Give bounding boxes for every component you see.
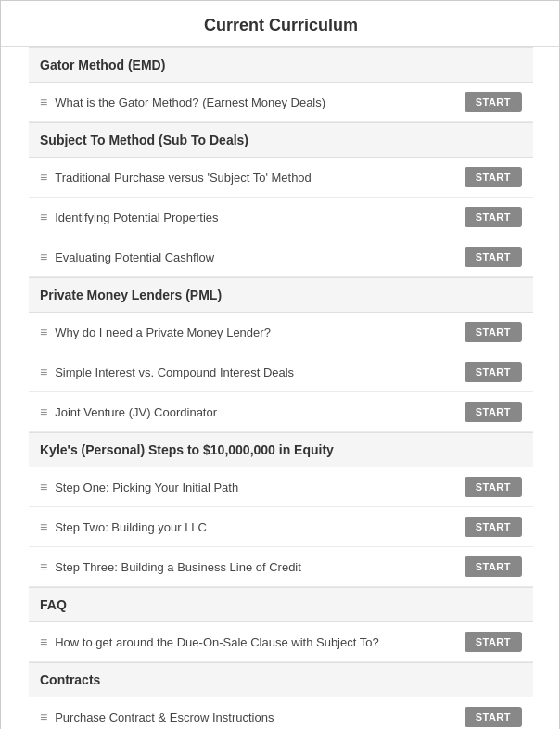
start-button-pml-3[interactable]: START: [465, 402, 522, 422]
item-left: ≡Purchase Contract & Escrow Instructions: [40, 710, 465, 724]
item-left: ≡Traditional Purchase versus 'Subject To…: [40, 170, 465, 185]
start-button-sub-3[interactable]: START: [465, 247, 522, 267]
list-icon: ≡: [40, 170, 47, 185]
item-label: Step One: Picking Your Initial Path: [55, 480, 238, 494]
curriculum-item: ≡Evaluating Potential CashflowSTART: [29, 237, 533, 277]
item-label: Purchase Contract & Escrow Instructions: [55, 710, 274, 724]
item-left: ≡How to get around the Due-On-Sale Claus…: [40, 634, 465, 649]
item-left: ≡Identifying Potential Properties: [40, 210, 465, 224]
start-button-kyles-1[interactable]: START: [465, 477, 522, 497]
item-label: Identifying Potential Properties: [55, 211, 218, 224]
start-button-sub-1[interactable]: START: [465, 167, 522, 187]
item-label: Evaluating Potential Cashflow: [55, 250, 214, 264]
section-header-faq: FAQ: [29, 587, 533, 622]
curriculum-item: ≡Joint Venture (JV) CoordinatorSTART: [29, 392, 533, 432]
item-label: Joint Venture (JV) Coordinator: [55, 405, 217, 419]
item-left: ≡Evaluating Potential Cashflow: [40, 249, 465, 264]
item-label: What is the Gator Method? (Earnest Money…: [55, 96, 325, 109]
section-header-kyles-steps: Kyle's (Personal) Steps to $10,000,000 i…: [29, 432, 533, 467]
list-icon: ≡: [40, 710, 47, 724]
curriculum-item: ≡Purchase Contract & Escrow Instructions…: [29, 697, 533, 729]
list-icon: ≡: [40, 480, 47, 494]
curriculum-item: ≡What is the Gator Method? (Earnest Mone…: [29, 83, 533, 122]
start-button-faq-1[interactable]: START: [465, 632, 522, 652]
item-left: ≡What is the Gator Method? (Earnest Mone…: [40, 95, 465, 109]
list-icon: ≡: [40, 634, 47, 649]
item-label: Why do I need a Private Money Lender?: [55, 326, 271, 339]
start-button-gator-1[interactable]: START: [465, 92, 522, 112]
curriculum-item: ≡Step Three: Building a Business Line of…: [29, 547, 533, 587]
curriculum-item: ≡Traditional Purchase versus 'Subject To…: [29, 158, 533, 198]
item-left: ≡Simple Interest vs. Compound Interest D…: [40, 364, 465, 379]
list-icon: ≡: [40, 519, 47, 534]
curriculum-item: ≡How to get around the Due-On-Sale Claus…: [29, 622, 533, 662]
item-label: Simple Interest vs. Compound Interest De…: [55, 365, 294, 379]
start-button-kyles-2[interactable]: START: [465, 517, 522, 537]
section-header-subject-to-method: Subject To Method (Sub To Deals): [29, 122, 533, 158]
start-button-contracts-1[interactable]: START: [465, 707, 522, 727]
curriculum-item: ≡Why do I need a Private Money Lender?ST…: [29, 313, 533, 352]
section-header-contracts: Contracts: [29, 662, 533, 697]
curriculum-item: ≡Identifying Potential PropertiesSTART: [29, 198, 533, 237]
page-title: Current Curriculum: [1, 1, 560, 47]
list-icon: ≡: [40, 249, 47, 264]
page-wrapper: Current Curriculum Gator Method (EMD)≡Wh…: [1, 1, 560, 729]
item-label: Step Three: Building a Business Line of …: [55, 560, 301, 574]
section-header-private-money: Private Money Lenders (PML): [29, 277, 533, 313]
item-left: ≡Step One: Picking Your Initial Path: [40, 480, 465, 494]
start-button-pml-2[interactable]: START: [465, 362, 522, 382]
list-icon: ≡: [40, 325, 47, 339]
section-header-gator-method: Gator Method (EMD): [29, 47, 533, 83]
item-label: Traditional Purchase versus 'Subject To'…: [55, 171, 312, 185]
item-left: ≡Step Two: Building your LLC: [40, 519, 465, 534]
start-button-sub-2[interactable]: START: [465, 207, 522, 227]
item-label: Step Two: Building your LLC: [55, 520, 207, 534]
list-icon: ≡: [40, 364, 47, 379]
item-label: How to get around the Due-On-Sale Clause…: [55, 635, 379, 649]
item-left: ≡Joint Venture (JV) Coordinator: [40, 404, 465, 419]
item-left: ≡Why do I need a Private Money Lender?: [40, 325, 465, 339]
curriculum-item: ≡Step One: Picking Your Initial PathSTAR…: [29, 467, 533, 507]
curriculum-item: ≡Simple Interest vs. Compound Interest D…: [29, 352, 533, 392]
list-icon: ≡: [40, 404, 47, 419]
curriculum-container: Gator Method (EMD)≡What is the Gator Met…: [1, 47, 560, 729]
start-button-pml-1[interactable]: START: [465, 322, 522, 342]
curriculum-item: ≡Step Two: Building your LLCSTART: [29, 507, 533, 547]
list-icon: ≡: [40, 95, 47, 109]
start-button-kyles-3[interactable]: START: [465, 556, 522, 577]
list-icon: ≡: [40, 210, 47, 224]
item-left: ≡Step Three: Building a Business Line of…: [40, 559, 465, 574]
list-icon: ≡: [40, 559, 47, 574]
